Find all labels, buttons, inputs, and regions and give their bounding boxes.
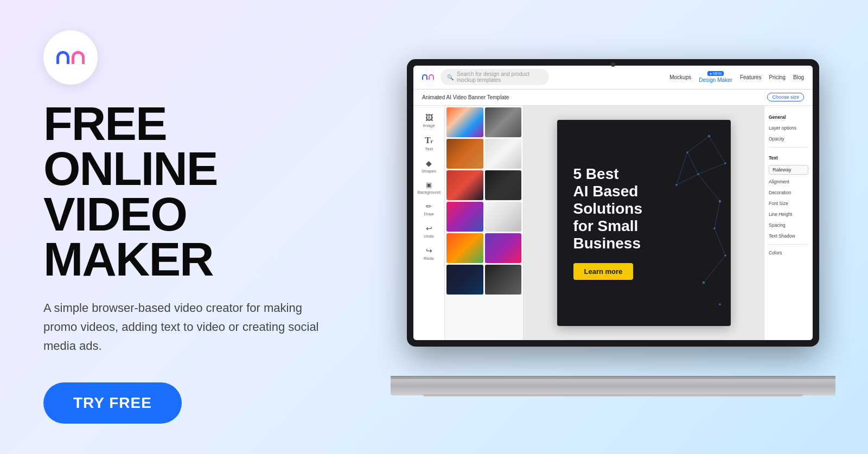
app-logo-small	[422, 74, 434, 80]
editor-layout: 🖼 Image Tr Text ◆ Shapes ▣	[413, 106, 813, 340]
background-icon: ▣	[426, 181, 432, 189]
app-logo-arch-left	[422, 74, 427, 80]
media-thumb-6[interactable]	[485, 170, 522, 200]
right-section: 🔍 Search for design and product mockup t…	[369, 59, 868, 395]
media-thumb-10[interactable]	[485, 233, 522, 263]
nav-blog[interactable]: Blog	[793, 74, 804, 80]
media-grid	[445, 106, 523, 296]
media-thumb-1[interactable]	[446, 107, 483, 137]
headline-line1: FREE ONLINE	[43, 97, 217, 196]
canvas-headline: 5 BestAI BasedSolutionsfor SmallBusiness	[573, 165, 643, 253]
text-icon: Tr	[425, 136, 433, 145]
prop-divider-2	[769, 244, 808, 245]
tool-shapes[interactable]: ◆ Shapes	[416, 156, 443, 177]
image-icon: 🖼	[425, 113, 433, 122]
learn-more-button[interactable]: Learn more	[573, 263, 634, 280]
nav-items: Mockups ● NEW Design Maker Features Pric…	[669, 71, 804, 83]
svg-line-16	[687, 136, 709, 152]
svg-line-19	[687, 152, 698, 174]
prop-line-height: Line Height	[769, 210, 808, 218]
canvas-preview: 5 BestAI BasedSolutionsfor SmallBusiness…	[557, 120, 731, 326]
main-headline: FREE ONLINE VIDEO MAKER	[43, 101, 326, 282]
tool-redo-label: Redo	[424, 256, 434, 261]
undo-icon: ↩	[426, 224, 432, 233]
logo-arch-right	[72, 51, 85, 64]
media-thumb-5[interactable]	[446, 170, 483, 200]
tool-background-label: Background	[417, 190, 441, 195]
try-free-button[interactable]: TRY FREE	[43, 382, 182, 424]
laptop-feet	[423, 394, 803, 397]
media-panel	[445, 106, 524, 340]
prop-alignment: Alignment	[769, 178, 808, 186]
tool-redo[interactable]: ↪ Redo	[416, 243, 443, 264]
tool-image[interactable]: 🖼 Image	[416, 110, 443, 131]
prop-general: General	[769, 113, 808, 121]
tool-background[interactable]: ▣ Background	[416, 178, 443, 198]
prop-font-size: Font Size	[769, 200, 808, 207]
prop-colors: Colors	[769, 249, 808, 257]
media-thumb-4[interactable]	[485, 139, 522, 169]
svg-line-17	[676, 152, 687, 185]
svg-line-15	[704, 255, 725, 283]
prop-opacity: Opacity	[769, 135, 808, 143]
prop-text-section: Text	[769, 154, 808, 162]
app-navbar: 🔍 Search for design and product mockup t…	[413, 66, 813, 89]
media-thumb-12[interactable]	[485, 265, 522, 295]
media-thumb-2[interactable]	[485, 107, 522, 137]
prop-decoration: Decoration	[769, 189, 808, 196]
redo-icon: ↪	[426, 246, 432, 255]
laptop: 🔍 Search for design and product mockup t…	[391, 59, 835, 395]
nav-design-maker-label[interactable]: Design Maker	[699, 77, 732, 83]
prop-font-raleway[interactable]: Raleway	[769, 165, 808, 175]
media-thumb-8[interactable]	[485, 202, 522, 232]
search-placeholder: Search for design and product mockup tem…	[457, 71, 542, 83]
tool-draw[interactable]: ✏ Draw	[416, 199, 443, 220]
tool-draw-label: Draw	[424, 212, 434, 216]
prop-divider-1	[769, 147, 808, 148]
svg-point-7	[719, 303, 720, 305]
nav-pricing[interactable]: Pricing	[769, 74, 786, 80]
svg-line-18	[676, 174, 698, 185]
svg-line-11	[698, 163, 725, 174]
left-section: FREE ONLINE VIDEO MAKER A simple browser…	[0, 0, 369, 454]
svg-line-10	[709, 136, 725, 163]
svg-line-13	[714, 201, 720, 228]
laptop-camera	[611, 62, 615, 67]
laptop-base	[391, 379, 835, 395]
media-thumb-7[interactable]	[446, 202, 483, 232]
svg-line-12	[698, 174, 720, 201]
search-bar[interactable]: 🔍 Search for design and product mockup t…	[441, 69, 549, 85]
headline-line2: VIDEO MAKER	[43, 187, 213, 286]
canvas-area[interactable]: 5 BestAI BasedSolutionsfor SmallBusiness…	[524, 106, 764, 340]
template-title: Animated AI Video Banner Template	[422, 94, 509, 100]
logo	[43, 30, 98, 85]
app-logo-arch-right	[429, 74, 434, 80]
choose-size-button[interactable]: Choose size	[767, 93, 804, 101]
tool-text-label: Text	[425, 146, 433, 151]
tool-image-label: Image	[423, 123, 435, 128]
sub-headline: A simple browser-based video creator for…	[43, 298, 326, 356]
search-icon: 🔍	[447, 74, 454, 80]
draw-icon: ✏	[426, 202, 432, 210]
logo-arch-left	[56, 51, 69, 64]
tool-undo-label: Undo	[424, 234, 434, 239]
tool-text[interactable]: Tr Text	[416, 132, 443, 155]
nav-features[interactable]: Features	[740, 74, 761, 80]
laptop-screen: 🔍 Search for design and product mockup t…	[407, 59, 819, 347]
prop-layer-options: Layer options	[769, 124, 808, 132]
tool-shapes-label: Shapes	[422, 169, 436, 174]
svg-line-14	[714, 228, 725, 255]
template-toolbar: Animated AI Video Banner Template Choose…	[413, 89, 813, 106]
nav-mockups[interactable]: Mockups	[669, 74, 691, 80]
app-ui: 🔍 Search for design and product mockup t…	[413, 66, 813, 340]
prop-spacing: Spacing	[769, 221, 808, 229]
nav-new-badge: ● NEW	[707, 71, 724, 76]
editor-left-toolbar: 🖼 Image Tr Text ◆ Shapes ▣	[413, 106, 445, 340]
media-thumb-9[interactable]	[446, 233, 483, 263]
media-thumb-3[interactable]	[446, 139, 483, 169]
nav-design-maker[interactable]: ● NEW Design Maker	[699, 71, 732, 83]
media-thumb-11[interactable]	[446, 265, 483, 295]
prop-text-shadow: Text Shadow	[769, 232, 808, 240]
shapes-icon: ◆	[426, 159, 432, 168]
tool-undo[interactable]: ↩ Undo	[416, 221, 443, 242]
